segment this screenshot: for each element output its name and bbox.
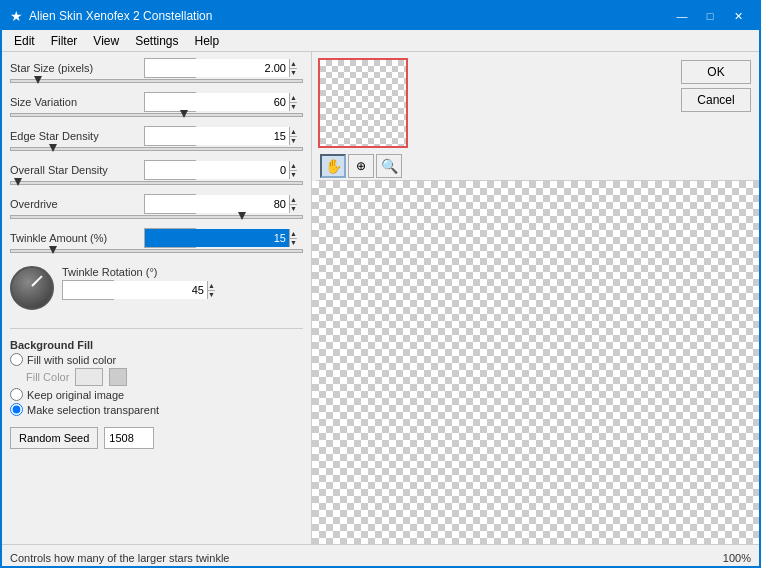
edge-star-density-label: Edge Star Density (10, 130, 140, 142)
twinkle-amount-down[interactable]: ▼ (290, 239, 297, 248)
twinkle-amount-slider-thumb (49, 246, 57, 254)
twinkle-rotation-spinbox[interactable]: ▲ ▼ (62, 280, 114, 300)
seed-input[interactable] (104, 427, 154, 449)
right-top: OK Cancel (312, 52, 759, 152)
edge-star-density-section: Edge Star Density ▲ ▼ (10, 126, 303, 153)
app-icon: ★ (10, 8, 23, 24)
size-variation-slider-track[interactable] (10, 113, 303, 117)
menu-view[interactable]: View (85, 32, 127, 50)
make-transparent-radio[interactable] (10, 403, 23, 416)
edge-star-density-slider-thumb (49, 144, 57, 152)
overall-star-density-slider-track[interactable] (10, 181, 303, 185)
overdrive-up[interactable]: ▲ (290, 195, 297, 205)
keep-original-radio[interactable] (10, 388, 23, 401)
edge-star-density-up[interactable]: ▲ (290, 127, 297, 137)
fill-color-row: Fill Color (10, 368, 303, 386)
twinkle-amount-up[interactable]: ▲ (290, 229, 297, 239)
close-button[interactable]: ✕ (725, 6, 751, 26)
zoom-icon: 🔍 (381, 158, 398, 174)
twinkle-rotation-down[interactable]: ▼ (208, 291, 215, 300)
twinkle-amount-section: Twinkle Amount (%) ▲ ▼ (10, 228, 303, 255)
main-layout: Star Size (pixels) ▲ ▼ Size Variation (2, 52, 759, 544)
menu-bar: Edit Filter View Settings Help (2, 30, 759, 52)
background-fill-title: Background Fill (10, 339, 303, 351)
seed-row: Random Seed (10, 427, 303, 449)
overdrive-spinbox[interactable]: ▲ ▼ (144, 194, 196, 214)
make-transparent-label[interactable]: Make selection transparent (27, 404, 159, 416)
overdrive-input[interactable] (145, 195, 289, 213)
keep-original-label[interactable]: Keep original image (27, 389, 124, 401)
edge-star-density-spinbox[interactable]: ▲ ▼ (144, 126, 196, 146)
preview-thumbnail[interactable] (318, 58, 408, 148)
fill-solid-label[interactable]: Fill with solid color (27, 354, 116, 366)
edge-star-density-input[interactable] (145, 127, 289, 145)
star-size-input[interactable] (145, 59, 289, 77)
hand-tool-button[interactable]: ✋ (320, 154, 346, 178)
minimize-button[interactable]: — (669, 6, 695, 26)
twinkle-rotation-up[interactable]: ▲ (208, 281, 215, 291)
maximize-button[interactable]: □ (697, 6, 723, 26)
overall-star-density-section: Overall Star Density ▲ ▼ (10, 160, 303, 187)
title-bar: ★ Alien Skin Xenofex 2 Constellation — □… (2, 2, 759, 30)
menu-help[interactable]: Help (187, 32, 228, 50)
status-zoom: 100% (723, 552, 751, 564)
status-bar: Controls how many of the larger stars tw… (2, 544, 759, 568)
size-variation-down[interactable]: ▼ (290, 103, 297, 112)
fill-color-swatch-black[interactable] (109, 368, 127, 386)
twinkle-amount-label: Twinkle Amount (%) (10, 232, 140, 244)
right-panel: OK Cancel ✋ ⊕ 🔍 (312, 52, 759, 544)
size-variation-spinbox[interactable]: ▲ ▼ (144, 92, 196, 112)
overall-star-density-label: Overall Star Density (10, 164, 140, 176)
edge-star-density-slider-track[interactable] (10, 147, 303, 151)
star-size-slider-thumb (34, 76, 42, 84)
menu-settings[interactable]: Settings (127, 32, 186, 50)
ok-button[interactable]: OK (681, 60, 751, 84)
size-variation-slider-thumb (180, 110, 188, 118)
star-size-up[interactable]: ▲ (290, 59, 297, 69)
twinkle-amount-spinbox[interactable]: ▲ ▼ (144, 228, 196, 248)
pan-icon: ⊕ (356, 159, 366, 173)
pan-tool-button[interactable]: ⊕ (348, 154, 374, 178)
title-text: Alien Skin Xenofex 2 Constellation (29, 9, 212, 23)
size-variation-input[interactable] (145, 93, 289, 111)
overall-star-density-spinbox[interactable]: ▲ ▼ (144, 160, 196, 180)
twinkle-rotation-label: Twinkle Rotation (°) (62, 266, 158, 278)
size-variation-label: Size Variation (10, 96, 140, 108)
dialog-buttons: OK Cancel (677, 52, 759, 152)
star-size-slider-track[interactable] (10, 79, 303, 83)
random-seed-button[interactable]: Random Seed (10, 427, 98, 449)
twinkle-amount-input[interactable] (145, 229, 289, 247)
background-fill-section: Background Fill Fill with solid color Fi… (10, 335, 303, 418)
zoom-tool-button[interactable]: 🔍 (376, 154, 402, 178)
twinkle-amount-slider-track[interactable] (10, 249, 303, 253)
overdrive-slider-track[interactable] (10, 215, 303, 219)
preview-toolbar: ✋ ⊕ 🔍 (316, 152, 759, 181)
menu-filter[interactable]: Filter (43, 32, 86, 50)
fill-color-label: Fill Color (26, 371, 69, 383)
fill-color-swatch-white[interactable] (75, 368, 103, 386)
overdrive-label: Overdrive (10, 198, 140, 210)
fill-solid-radio[interactable] (10, 353, 23, 366)
overall-star-density-down[interactable]: ▼ (290, 171, 297, 180)
hand-icon: ✋ (325, 158, 342, 174)
overdrive-slider-thumb (238, 212, 246, 220)
twinkle-rotation-dial[interactable] (10, 266, 54, 310)
star-size-spinbox[interactable]: ▲ ▼ (144, 58, 196, 78)
edge-star-density-down[interactable]: ▼ (290, 137, 297, 146)
checker-preview (312, 181, 759, 544)
dial-needle (31, 275, 42, 286)
twinkle-rotation-input[interactable] (63, 281, 207, 299)
overall-star-density-up[interactable]: ▲ (290, 161, 297, 171)
star-size-down[interactable]: ▼ (290, 69, 297, 78)
overall-star-density-input[interactable] (145, 161, 289, 179)
status-text: Controls how many of the larger stars tw… (10, 552, 229, 564)
menu-edit[interactable]: Edit (6, 32, 43, 50)
overdrive-section: Overdrive ▲ ▼ (10, 194, 303, 221)
overdrive-down[interactable]: ▼ (290, 205, 297, 214)
size-variation-up[interactable]: ▲ (290, 93, 297, 103)
twinkle-rotation-section: Twinkle Rotation (°) ▲ ▼ (10, 266, 158, 310)
cancel-button[interactable]: Cancel (681, 88, 751, 112)
left-panel: Star Size (pixels) ▲ ▼ Size Variation (2, 52, 312, 544)
overall-star-density-slider-thumb (14, 178, 22, 186)
size-variation-section: Size Variation ▲ ▼ (10, 92, 303, 119)
